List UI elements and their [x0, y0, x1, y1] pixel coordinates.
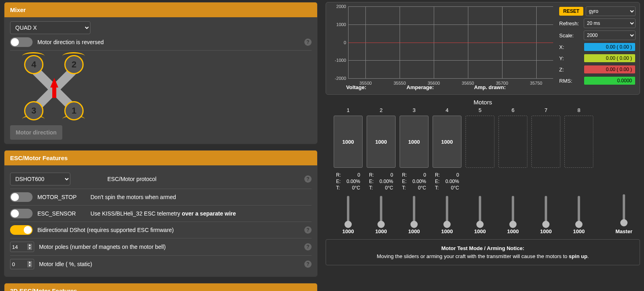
- motor-slider[interactable]: 1000: [433, 196, 461, 234]
- motor-col: 6: [498, 107, 527, 191]
- scale-select[interactable]: 2000: [584, 31, 636, 40]
- motor-number: 2: [367, 107, 396, 113]
- rms-value: 0.0000: [584, 76, 636, 85]
- motor-number: 4: [433, 107, 461, 113]
- motor-slider[interactable]: 1000: [400, 196, 429, 234]
- motor-idle-desc: Motor Idle ( %, static): [39, 261, 312, 267]
- motor-poles-desc: Motor poles (number of magnets on the mo…: [39, 244, 312, 250]
- slider-value: 1000: [343, 228, 354, 234]
- motor-slider[interactable]: 1000: [367, 196, 396, 234]
- help-icon[interactable]: ?: [304, 243, 312, 250]
- slider-value: 1000: [375, 228, 387, 234]
- scale-label: Scale:: [559, 33, 581, 39]
- motor-number: 7: [531, 107, 560, 113]
- chart-xtick: 35500: [359, 81, 372, 85]
- motor-slider[interactable]: 1000: [466, 196, 494, 234]
- mixer-panel: Mixer QUAD X Motor direction is reversed…: [4, 2, 318, 144]
- bidir-dshot-desc: Bidirectional DShot (requires supported …: [37, 227, 312, 233]
- motor-bar: [564, 116, 593, 168]
- help-icon[interactable]: ?: [304, 175, 312, 183]
- refresh-select[interactable]: 20 ms: [584, 18, 636, 28]
- motor-telemetry: R:0E:0.00%T:0°C: [334, 172, 363, 191]
- z-label: Z:: [559, 67, 581, 73]
- motor-slider[interactable]: 1000: [334, 196, 363, 234]
- esc-panel: ESC/Motor Features DSHOT600 ESC/Motor pr…: [4, 150, 318, 277]
- esc-protocol-select[interactable]: DSHOT600: [10, 173, 70, 185]
- y-label: Y:: [559, 55, 581, 61]
- master-slider[interactable]: Master: [609, 194, 638, 234]
- motor-bar: 1000: [367, 116, 396, 168]
- chart-xtick: 35750: [530, 81, 542, 85]
- motor-number: 6: [498, 107, 527, 113]
- motor-stop-desc: Don't spin the motors when armed: [90, 194, 312, 200]
- motor-col: 7: [531, 107, 560, 191]
- stepper-down-icon[interactable]: ▼: [27, 264, 32, 267]
- motor-number: 5: [466, 107, 494, 113]
- motor-3-icon: 3: [24, 101, 43, 120]
- motor-bar: [498, 116, 527, 168]
- chart-ytick: -1000: [331, 58, 346, 63]
- motor-stop-toggle[interactable]: [10, 192, 33, 202]
- help-icon[interactable]: ?: [304, 260, 312, 268]
- z-value: 0.00 ( 0.00 ): [584, 65, 636, 74]
- motor-bar: 1000: [400, 116, 429, 168]
- mixer-header: Mixer: [4, 2, 317, 17]
- chart-xtick: 35600: [428, 81, 440, 85]
- motor-reversed-toggle[interactable]: [10, 37, 33, 47]
- esc-header: ESC/Motor Features: [4, 151, 317, 165]
- motor-number: 3: [400, 107, 429, 113]
- esc-sensor-label: ESC_SENSOR: [37, 210, 86, 217]
- motor-bar: 1000: [433, 116, 461, 168]
- chart-ytick: 1000: [331, 22, 346, 27]
- x-label: X:: [559, 44, 581, 50]
- mixer-type-select[interactable]: QUAD X: [10, 21, 90, 34]
- chart-xtick: 35550: [394, 81, 406, 85]
- reset-button[interactable]: RESET: [559, 7, 583, 16]
- stepper-down-icon[interactable]: ▼: [27, 247, 32, 250]
- slider-value: 1000: [540, 228, 552, 234]
- motor-col: 8: [564, 107, 593, 191]
- chart-ytick: 2000: [331, 4, 346, 9]
- slider-value: 1000: [507, 228, 519, 234]
- rms-label: RMS:: [559, 78, 581, 84]
- mixer-diagram: 4 2 3 1: [10, 53, 98, 125]
- motor-slider[interactable]: 1000: [564, 196, 593, 234]
- 3d-esc-panel: 3D ESC/Motor Features: [4, 283, 318, 291]
- slider-value: 1000: [474, 228, 486, 234]
- help-icon[interactable]: ?: [304, 39, 312, 46]
- help-icon[interactable]: ?: [304, 226, 312, 234]
- motor-slider[interactable]: 1000: [498, 196, 527, 234]
- master-label: Master: [615, 228, 632, 234]
- motor-4-icon: 4: [24, 55, 43, 74]
- motor-slider[interactable]: 1000: [531, 196, 560, 234]
- motor-bar: [466, 116, 494, 168]
- motor-col: 11000R:0E:0.00%T:0°C: [334, 107, 363, 191]
- esc-sensor-desc: Use KISS/BLHeli_32 ESC telemetry over a …: [90, 210, 312, 217]
- motor-bar: [531, 116, 560, 168]
- chart-ytick: -2000: [331, 76, 346, 81]
- 3d-esc-header: 3D ESC/Motor Features: [4, 283, 317, 291]
- motor-direction-button[interactable]: Motor direction: [10, 125, 62, 140]
- motor-reversed-label: Motor direction is reversed: [37, 39, 312, 45]
- chart-ytick: 0: [331, 40, 346, 45]
- motor-col: 31000R:0E:0.00%T:0°C: [400, 107, 429, 191]
- refresh-label: Refresh:: [559, 20, 581, 26]
- motor-col: 5: [466, 107, 494, 191]
- motors-title: Motors: [326, 99, 640, 106]
- motor-number: 1: [334, 107, 363, 113]
- sensor-chart: 200010000-1000-2000355003555035600356503…: [348, 6, 553, 79]
- chart-xtick: 35650: [462, 81, 474, 85]
- motor-poles-input[interactable]: ▲▼: [10, 242, 34, 252]
- motor-idle-input[interactable]: ▲▼: [10, 259, 34, 269]
- motor-col: 21000R:0E:0.00%T:0°C: [367, 107, 396, 191]
- sensor-source-select[interactable]: gyro: [586, 6, 636, 16]
- slider-value: 1000: [441, 228, 453, 234]
- bidir-dshot-toggle[interactable]: [10, 225, 33, 235]
- esc-sensor-toggle[interactable]: [10, 209, 33, 218]
- slider-value: 1000: [408, 228, 420, 234]
- motor-telemetry: R:0E:0.00%T:0°C: [433, 172, 461, 191]
- motor-number: 8: [564, 107, 593, 113]
- x-value: 0.00 ( 0.00 ): [584, 43, 636, 51]
- motor-test-notice: Motor Test Mode / Arming Notice: Moving …: [326, 239, 640, 265]
- chart-xtick: 35700: [496, 81, 508, 85]
